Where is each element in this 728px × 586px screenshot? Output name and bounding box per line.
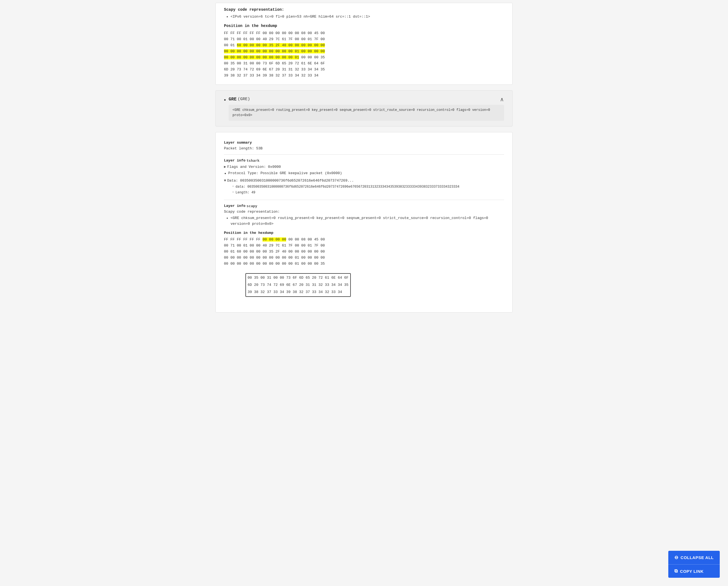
hexdump-gre: FF FF FF FF FF FF 00 00 00 00 00 00 08 0… xyxy=(224,237,504,303)
protocol-bullet: • xyxy=(224,170,227,178)
hex-highlight-3: 60 00 00 00 00 35 2F 40 00 00 00 00 00 0… xyxy=(237,43,325,47)
gre-title: GRE xyxy=(229,97,237,102)
protocol-type-item: • Protocol Type: Possible GRE keepalive … xyxy=(224,170,504,178)
hexdump-label-top: Position in the hexdump xyxy=(224,24,504,28)
data-label: Data: 003500350031000000736f6d652072616e… xyxy=(227,178,354,184)
layer-info-scapy-section: Layer info scapy Scapy code representati… xyxy=(224,200,504,307)
layer-summary-label: Layer summary xyxy=(224,140,504,145)
hex-highlight-5: 00 00 00 00 00 00 00 00 00 00 00 01 xyxy=(224,55,299,59)
layer-info-scapy-label-text: Layer info xyxy=(224,204,245,208)
scapy-code-gre: <GRE chksum_present=0 routing_present=0 … xyxy=(231,215,504,227)
hex-row-7: 6D 20 73 74 72 69 6E 67 20 31 31 32 33 3… xyxy=(224,66,504,73)
data-sub-bullet-1: ○ xyxy=(232,184,234,189)
data-sub-value-1: data: 003500350031000000736f6d652072616e… xyxy=(235,184,460,190)
scapy-code-top: <IPv6 version=6 tc=0 fl=0 plen=53 nh=GRE… xyxy=(231,14,504,20)
gre-hex-row-3: 00 01 60 00 00 00 00 35 2F 40 00 00 00 0… xyxy=(224,249,504,255)
gre-hex-boxed: 00 35 00 31 00 00 73 6F 6D 65 20 72 61 6… xyxy=(245,273,351,297)
data-tree-item: ▼ Data: 003500350031000000736f6d65207261… xyxy=(224,178,504,195)
data-arrow: ▼ xyxy=(224,178,226,184)
scapy-repr-label: Scapy code representation: xyxy=(224,210,504,214)
hex-row-3: 00 01 60 00 00 00 00 35 2F 40 00 00 00 0… xyxy=(224,43,504,48)
hex-row-6: 00 35 00 31 00 00 73 6F 6D 65 20 72 61 6… xyxy=(224,60,504,66)
layer-info-tshark-section: Layer info tshark ▶ Flags and Version: 0… xyxy=(224,155,504,200)
gre-hex-row-2: 00 71 00 01 00 00 40 29 7C 61 7F 00 00 0… xyxy=(224,243,504,249)
data-root[interactable]: ▼ Data: 003500350031000000736f6d65207261… xyxy=(224,178,504,184)
gre-hex-row-6: 00 35 00 31 00 00 73 6F 6D 65 20 72 61 6… xyxy=(224,267,504,303)
protocol-type-text: Protocol Type: Possible GRE keepalive pa… xyxy=(228,170,342,176)
packet-length: Packet length: 53B xyxy=(224,146,504,151)
hex-row-4: 00 00 00 00 00 00 00 00 00 00 00 01 00 0… xyxy=(224,48,504,54)
hex-row-1: FF FF FF FF FF FF 00 00 00 00 00 00 08 0… xyxy=(224,30,504,36)
flags-arrow: ▶ xyxy=(224,164,226,170)
data-sub-value-2: Length: 49 xyxy=(235,190,255,195)
gre-scapy-code: <GRE chksum_present=0 routing_present=0 … xyxy=(229,105,504,121)
gre-subtitle: (GRE) xyxy=(238,97,250,102)
gre-hex-row-1: FF FF FF FF FF FF 00 00 00 00 00 00 08 0… xyxy=(224,237,504,243)
data-sub-2: ○ Length: 49 xyxy=(224,190,504,195)
gre-hex-row-4: 00 00 00 00 00 00 00 00 00 00 00 01 00 0… xyxy=(224,255,504,261)
gre-hex-highlight-1: 00 00 00 00 xyxy=(262,237,286,242)
flags-version-item[interactable]: ▶ Flags and Version: 0x0000 xyxy=(224,164,504,170)
gre-section: • GRE (GRE) ∧ <GRE chksum_present=0 rout… xyxy=(215,90,513,127)
hex-row-2: 00 71 00 01 00 00 40 29 7C 61 7F 00 00 0… xyxy=(224,36,504,43)
hexdump-label-gre: Position in the hexdump xyxy=(224,231,504,235)
gre-hex-row-5: 00 00 00 00 00 00 00 00 00 00 00 01 00 0… xyxy=(224,261,504,267)
hex-row-5: 00 00 00 00 00 00 00 00 00 00 00 01 00 0… xyxy=(224,54,504,60)
hexdump-top: FF FF FF FF FF FF 00 00 00 00 00 00 08 0… xyxy=(224,30,504,79)
scapy-label: Scapy code representation: xyxy=(224,7,504,12)
layer-info-scapy-label: Layer info scapy xyxy=(224,204,504,208)
layer-info-tshark-badge: tshark xyxy=(246,158,259,163)
layer-info-label-text: Layer info xyxy=(224,158,245,163)
layer-info-tshark-label: Layer info tshark xyxy=(224,158,504,163)
hex-row-8: 39 38 32 37 33 34 39 38 32 37 33 34 32 3… xyxy=(224,73,504,79)
data-sub-1: ○ data: 003500350031000000736f6d65207261… xyxy=(224,184,504,190)
hex-highlight-4: 00 00 00 00 00 00 00 00 00 00 00 01 00 0… xyxy=(224,49,325,53)
top-ipv6-section: Scapy code representation: <IPv6 version… xyxy=(215,3,513,85)
gre-detail-section: Layer summary Packet length: 53B Layer i… xyxy=(215,132,513,313)
layer-info-scapy-badge: scapy xyxy=(246,204,257,208)
gre-bullet: • xyxy=(224,97,226,103)
collapse-gre-icon[interactable]: ∧ xyxy=(500,96,504,103)
flags-version-text: Flags and Version: 0x0000 xyxy=(227,164,281,170)
data-sub-bullet-2: ○ xyxy=(232,190,234,194)
layer-summary-section: Layer summary Packet length: 53B xyxy=(224,137,504,155)
